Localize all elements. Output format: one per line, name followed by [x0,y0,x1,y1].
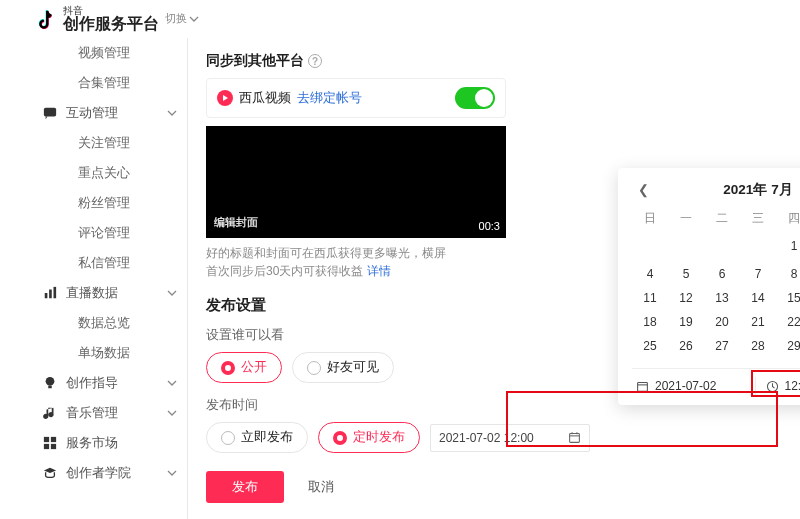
svg-rect-14 [638,382,648,391]
calendar-day[interactable]: 25 [632,334,668,358]
sidebar-item-collection-manage[interactable]: 合集管理 [42,68,187,98]
calendar-day[interactable]: 11 [632,286,668,310]
datetime-input[interactable]: 2021-07-02 12:00 [430,424,590,452]
video-cover[interactable]: 编辑封面 00:3 [206,126,506,238]
detail-link[interactable]: 详情 [367,264,391,278]
sidebar-item-session-data[interactable]: 单场数据 [42,338,187,368]
calendar-day[interactable]: 13 [704,286,740,310]
radio-dot-icon [307,361,321,375]
help-icon[interactable]: ? [308,54,322,68]
app-header: 抖音 创作服务平台 切换 [0,0,800,38]
svg-rect-1 [45,293,48,298]
dow-cell: 四 [776,207,800,230]
calendar-day[interactable]: 1 [776,230,800,262]
xigua-row: 西瓜视频 去绑定帐号 [206,78,506,118]
picker-title: 2021年 7月 [723,181,792,199]
sidebar-item-dm-manage[interactable]: 私信管理 [42,248,187,278]
calendar-day[interactable]: 7 [740,262,776,286]
visibility-public[interactable]: 公开 [206,352,282,383]
sidebar-item-creator-academy[interactable]: 创作者学院 [42,458,187,488]
hint-text: 好的标题和封面可在西瓜获得更多曝光，横屏 首次同步后30天内可获得收益 详情 [206,244,506,280]
svg-rect-10 [570,433,580,442]
xigua-icon [217,90,233,106]
sidebar-item-data-overview[interactable]: 数据总览 [42,308,187,338]
sidebar-item-service-market[interactable]: 服务市场 [42,428,187,458]
grid-icon [42,436,58,450]
chevron-down-icon [167,288,177,298]
calendar-day[interactable]: 22 [776,310,800,334]
dow-cell: 三 [740,207,776,230]
svg-rect-6 [44,437,49,442]
calendar-icon [636,380,649,393]
chat-icon [42,106,58,120]
calendar-day [668,230,704,262]
music-icon [42,406,58,420]
calendar-day[interactable]: 5 [668,262,704,286]
dow-cell: 一 [668,207,704,230]
calendar-day [740,230,776,262]
publish-now[interactable]: 立即发布 [206,422,308,453]
calendar-day[interactable]: 12 [668,286,704,310]
sidebar-item-music-manage[interactable]: 音乐管理 [42,398,187,428]
sidebar-item-comment-manage[interactable]: 评论管理 [42,218,187,248]
sidebar-item-live-data[interactable]: 直播数据 [42,278,187,308]
calendar-day[interactable]: 14 [740,286,776,310]
svg-rect-3 [54,287,57,298]
cancel-button[interactable]: 取消 [298,471,344,503]
calendar-day[interactable]: 18 [632,310,668,334]
dow-cell: 日 [632,207,668,230]
chevron-down-icon [167,408,177,418]
main-content: 同步到其他平台 ? 西瓜视频 去绑定帐号 编辑封面 00:3 好的标题和封面可在… [188,38,800,519]
picker-time-box[interactable]: 12:00 [755,377,801,395]
sidebar-item-fans-manage[interactable]: 粉丝管理 [42,188,187,218]
bind-account-link[interactable]: 去绑定帐号 [297,89,362,107]
calendar-day[interactable]: 8 [776,262,800,286]
calendar-day[interactable]: 27 [704,334,740,358]
radio-dot-icon [221,431,235,445]
calendar-day[interactable]: 29 [776,334,800,358]
video-duration: 00:3 [479,220,500,232]
picker-date-box[interactable]: 2021-07-02 [632,377,755,395]
sync-title: 同步到其他平台 [206,52,304,70]
bulb-icon [42,376,58,390]
publish-scheduled[interactable]: 定时发布 [318,422,420,453]
switch-link[interactable]: 切换 [165,11,199,26]
visibility-friends[interactable]: 好友可见 [292,352,394,383]
radio-dot-icon [221,361,235,375]
calendar-grid: 日一二三四五六 12345678910111213141516171819202… [632,207,800,358]
clock-icon [766,380,779,393]
sidebar-item-interaction[interactable]: 互动管理 [42,98,187,128]
sidebar-item-creation-guide[interactable]: 创作指导 [42,368,187,398]
dow-cell: 二 [704,207,740,230]
chevron-down-icon [167,108,177,118]
calendar-day[interactable]: 21 [740,310,776,334]
chevron-down-icon [189,14,199,24]
sidebar-item-key-care[interactable]: 重点关心 [42,158,187,188]
chevron-down-icon [167,468,177,478]
calendar-day[interactable]: 20 [704,310,740,334]
calendar-day [704,230,740,262]
calendar-day[interactable]: 4 [632,262,668,286]
datetime-value: 2021-07-02 12:00 [439,431,534,445]
svg-rect-0 [44,108,56,117]
sidebar-item-video-manage[interactable]: 视频管理 [42,38,187,68]
publish-button[interactable]: 发布 [206,471,284,503]
date-picker: ❮ 2021年 7月 ❯ 日一二三四五六 1234567891011121314… [618,168,800,405]
sidebar-item-follow-manage[interactable]: 关注管理 [42,128,187,158]
prev-month[interactable]: ❮ [632,180,655,199]
calendar-day[interactable]: 15 [776,286,800,310]
bars-icon [42,286,58,300]
calendar-day[interactable]: 6 [704,262,740,286]
svg-rect-2 [49,290,52,299]
xigua-label: 西瓜视频 [239,89,291,107]
svg-point-4 [46,377,55,386]
grad-icon [42,466,58,480]
calendar-day[interactable]: 28 [740,334,776,358]
calendar-day [632,230,668,262]
sync-title-row: 同步到其他平台 ? [206,52,782,70]
picker-time-value: 12:00 [785,379,801,393]
douyin-logo-icon [36,8,58,30]
sync-toggle[interactable] [455,87,495,109]
calendar-day[interactable]: 19 [668,310,704,334]
calendar-day[interactable]: 26 [668,334,704,358]
